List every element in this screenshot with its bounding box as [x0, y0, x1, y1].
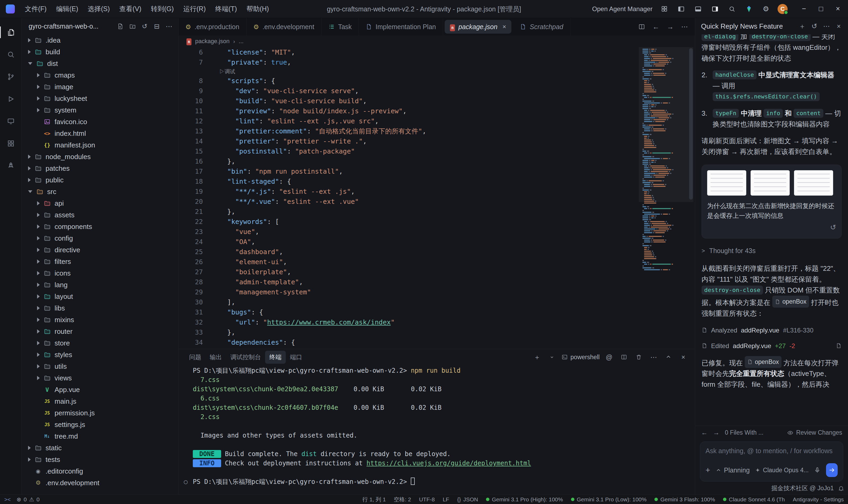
- code-reference-chip[interactable]: openBox: [745, 356, 781, 368]
- tree-item-src[interactable]: src: [22, 186, 178, 197]
- bell-icon[interactable]: [838, 485, 844, 491]
- status-item[interactable]: {}JSON: [457, 496, 478, 503]
- tree-item-patches[interactable]: patches: [22, 163, 178, 174]
- restore-checkpoint-icon[interactable]: ↺: [707, 222, 836, 233]
- tool-step-edited[interactable]: EditedaddReply.vue+27-2: [702, 340, 842, 351]
- tree-item-config[interactable]: config: [22, 232, 178, 244]
- tree-item-.idea[interactable]: .idea: [22, 34, 178, 46]
- status-item[interactable]: Antigravity - Settings: [793, 496, 844, 503]
- status-item[interactable]: Gemini 3.1 Pro (Low): 100%: [571, 496, 647, 503]
- toggle-bottom-panel-icon[interactable]: [693, 4, 703, 14]
- send-button[interactable]: [826, 463, 838, 477]
- tree-item-App.vue[interactable]: VApp.vue: [22, 384, 178, 395]
- screenshot-thumbnail[interactable]: [794, 170, 833, 196]
- status-item[interactable]: Gemini 3 Flash: 100%: [654, 496, 715, 503]
- new-file-icon[interactable]: [114, 20, 126, 32]
- panel-tab-终端[interactable]: 终端: [265, 351, 286, 364]
- tree-item-main.js[interactable]: JSmain.js: [22, 395, 178, 407]
- tree-item-icons[interactable]: icons: [22, 267, 178, 279]
- tree-item-components[interactable]: components: [22, 221, 178, 232]
- codelens-debug[interactable]: ▷调试: [219, 68, 235, 75]
- agent-input-box[interactable]: Ask anything, @ to mention, / for workfl…: [700, 442, 843, 482]
- menu-item[interactable]: 帮助(H): [242, 2, 274, 15]
- status-item[interactable]: Claude Sonnet 4.6 (Th: [723, 496, 785, 503]
- tree-item-node_modules[interactable]: node_modules: [22, 151, 178, 163]
- status-item[interactable]: UTF-8: [419, 496, 435, 503]
- editor-scrollbar[interactable]: [689, 48, 693, 200]
- tree-item-utils[interactable]: utils: [22, 361, 178, 372]
- code-editor[interactable]: 6 "license": "MIT",7 "private": true,▷调试…: [178, 47, 695, 349]
- panel-tab-问题[interactable]: 问题: [185, 351, 206, 364]
- menu-item[interactable]: 查看(V): [115, 2, 146, 15]
- window-maximize-button[interactable]: □: [813, 0, 829, 18]
- kill-terminal-icon[interactable]: [634, 351, 644, 363]
- tree-item-public[interactable]: public: [22, 174, 178, 186]
- split-terminal-icon[interactable]: [619, 351, 629, 363]
- tree-item-styles[interactable]: styles: [22, 349, 178, 361]
- tree-item-index.html[interactable]: <>index.html: [22, 128, 178, 139]
- refresh-icon[interactable]: ↺: [139, 20, 151, 32]
- panel-more-icon[interactable]: ⋯: [648, 351, 659, 363]
- notification-toast[interactable]: 掘金技术社区 @ JoJo1: [695, 484, 848, 494]
- status-item[interactable]: LF: [443, 496, 449, 503]
- tool-step-analyzed[interactable]: AnalyzedaddReply.vue#L316-330: [702, 325, 842, 336]
- collapse-all-icon[interactable]: ⊟: [151, 20, 163, 32]
- tree-item-luckysheet[interactable]: luckysheet: [22, 93, 178, 104]
- breadcrumb-more[interactable]: ...: [238, 38, 243, 45]
- minimap[interactable]: [641, 49, 685, 271]
- open-file-icon[interactable]: [836, 343, 842, 348]
- run-debug-icon[interactable]: [0, 88, 22, 110]
- window-close-button[interactable]: ×: [829, 0, 846, 18]
- thought-toggle[interactable]: >Thought for 43s: [702, 246, 842, 256]
- agent-conversation[interactable]: el-dialog 加 destroy-on-close — 关闭弹窗时销毁所有…: [695, 34, 848, 426]
- new-conversation-icon[interactable]: ＋: [796, 20, 808, 32]
- panel-tab-端口[interactable]: 端口: [286, 351, 306, 364]
- code-reference-chip[interactable]: openBox: [772, 296, 809, 308]
- menu-item[interactable]: 转到(G): [146, 2, 178, 15]
- breadcrumb-file[interactable]: package.json: [195, 38, 230, 45]
- more-actions-icon[interactable]: ⋯: [163, 20, 175, 32]
- tree-item-favicon.ico[interactable]: favicon.ico: [22, 116, 178, 128]
- terminal-shell-item[interactable]: powershell: [562, 351, 600, 363]
- model-selector[interactable]: Claude Opus 4...: [755, 467, 809, 474]
- tree-item-views[interactable]: views: [22, 372, 178, 384]
- extensions-icon[interactable]: [0, 132, 22, 155]
- menu-item[interactable]: 终端(T): [211, 2, 242, 15]
- panel-tab-调试控制台[interactable]: 调试控制台: [226, 351, 265, 364]
- search-icon[interactable]: [727, 4, 737, 14]
- tree-item-system[interactable]: system: [22, 104, 178, 116]
- tab-.env.production[interactable]: ⚙.env.production: [178, 18, 247, 35]
- tree-item-api[interactable]: api: [22, 197, 178, 209]
- tree-item-store[interactable]: store: [22, 337, 178, 349]
- rocket-icon[interactable]: [0, 155, 22, 177]
- terminal-at-icon[interactable]: @: [604, 351, 614, 363]
- toggle-left-panel-icon[interactable]: [676, 4, 686, 14]
- navigate-forward-icon[interactable]: →: [664, 21, 676, 33]
- history-icon[interactable]: ↺: [808, 20, 820, 32]
- editor-more-actions-icon[interactable]: ⋯: [678, 21, 691, 33]
- tree-item-.env.development[interactable]: ⚙.env.development: [22, 477, 178, 489]
- tab-Implementation Plan[interactable]: Implementation Plan: [359, 18, 443, 35]
- mode-selector[interactable]: Planning: [716, 466, 750, 474]
- project-root-label[interactable]: gyro-craftsman-web-o...: [29, 22, 99, 30]
- menu-item[interactable]: 文件(F): [20, 2, 51, 15]
- status-item[interactable]: 行 1, 列 1: [362, 496, 386, 503]
- new-terminal-icon[interactable]: ＋: [532, 351, 542, 363]
- problems-status[interactable]: ⊗0 ⚠0: [17, 496, 40, 503]
- tree-item-dist[interactable]: dist: [22, 58, 178, 69]
- screenshot-thumbnail[interactable]: [750, 170, 790, 196]
- navigate-back-icon[interactable]: ←: [650, 21, 662, 33]
- status-item[interactable]: 空格: 2: [394, 496, 411, 503]
- tab-Task[interactable]: Task: [321, 18, 359, 35]
- tree-item-.editorconfig[interactable]: ◉.editorconfig: [22, 465, 178, 477]
- mic-icon[interactable]: [814, 467, 821, 473]
- files-prev-icon[interactable]: ←: [701, 429, 708, 436]
- toggle-right-panel-icon[interactable]: [710, 4, 720, 14]
- tree-item-directive[interactable]: directive: [22, 244, 178, 256]
- screenshot-thumbnail[interactable]: [707, 170, 746, 196]
- codelens-row[interactable]: ▷调试: [178, 67, 695, 76]
- new-folder-icon[interactable]: [126, 20, 139, 32]
- terminal-profile-chevron-icon[interactable]: [547, 351, 557, 363]
- close-panel-icon[interactable]: ×: [678, 351, 689, 363]
- close-agent-panel-icon[interactable]: ×: [833, 20, 845, 32]
